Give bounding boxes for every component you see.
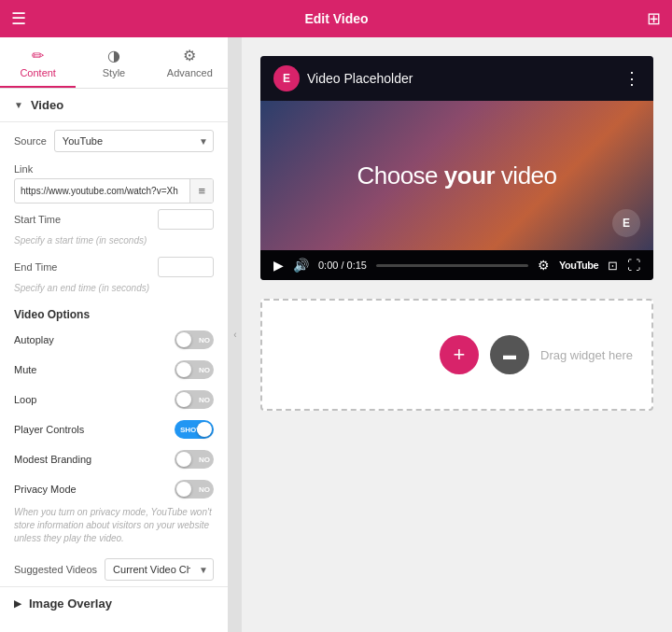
suggested-select[interactable]: Current Video Chanr Any Video [105, 558, 214, 581]
drop-zone-label: Drag widget here [540, 348, 633, 362]
video-choose-text: Choose your video [357, 162, 556, 190]
page-title: Edit Video [304, 11, 368, 26]
link-row: Link ≡ [0, 160, 228, 204]
source-row: Source YouTube Vimeo Dailymotion Self Ho… [0, 122, 228, 160]
video-controls-bar: ▶ 🔊 0:00 / 0:15 ⚙ YouTube ⊡ ⛶ [260, 250, 653, 280]
end-time-label: End Time [14, 261, 57, 273]
elementor-icon-letter: E [283, 72, 290, 85]
loop-label: Loop [14, 394, 36, 405]
drop-zone[interactable]: + ▬ Drag widget here [260, 299, 653, 411]
link-label: Link [14, 163, 214, 175]
autoplay-row: Autoplay NO [0, 325, 228, 355]
top-bar: ☰ Edit Video ⊞ [0, 0, 672, 37]
sidebar-content: ▼ Video Source YouTube Vimeo Dailymotion… [0, 89, 228, 632]
video-watermark: E [612, 209, 640, 237]
content-tab-icon: ✏ [32, 47, 44, 64]
style-tab-icon: ◑ [107, 47, 120, 64]
volume-icon[interactable]: 🔊 [293, 258, 309, 273]
end-time-input[interactable] [158, 257, 214, 277]
panel-resize-handle[interactable]: ‹ [229, 37, 242, 632]
choose-bold: your [444, 162, 495, 190]
end-time-hint: Specify an end time (in seconds) [0, 283, 228, 299]
start-time-label: Start Time [14, 214, 61, 225]
start-time-input[interactable] [158, 209, 214, 230]
watermark-letter: E [623, 217, 630, 230]
video-more-icon[interactable]: ⋮ [623, 68, 640, 89]
modest-branding-toggle[interactable]: NO [175, 450, 214, 469]
mute-label: Mute [14, 364, 36, 375]
youtube-logo: YouTube [559, 260, 598, 271]
choose-suffix: video [495, 162, 556, 190]
source-select[interactable]: YouTube Vimeo Dailymotion Self Hosted [54, 130, 214, 152]
tab-style-label: Style [103, 67, 125, 78]
tab-advanced[interactable]: ⚙ Advanced [152, 37, 228, 88]
link-input-wrapper: ≡ [14, 178, 214, 204]
source-select-wrapper: YouTube Vimeo Dailymotion Self Hosted ▼ [54, 130, 214, 152]
end-time-row: End Time [0, 251, 228, 283]
player-controls-toggle[interactable]: SHOW [175, 420, 214, 439]
choose-prefix: Choose [357, 162, 443, 190]
video-background: Choose your video E [260, 101, 653, 250]
suggested-videos-row: Suggested Videos Current Video Chanr Any… [0, 553, 228, 586]
tab-bar: ✏ Content ◑ Style ⚙ Advanced [0, 37, 228, 89]
chevron-left-icon: ‹ [233, 330, 236, 340]
cast-icon[interactable]: ⊡ [608, 259, 618, 273]
link-input[interactable] [15, 181, 189, 201]
video-placeholder-label: Video Placeholder [307, 71, 413, 86]
autoplay-label: Autoplay [14, 334, 54, 345]
video-options-header: Video Options [0, 299, 228, 325]
drop-zone-content: + ▬ Drag widget here [440, 335, 633, 374]
loop-row: Loop NO [0, 385, 228, 414]
privacy-mode-row: Privacy Mode NO [0, 474, 228, 504]
privacy-mode-label: Privacy Mode [14, 484, 77, 495]
start-time-row: Start Time [0, 204, 228, 235]
autoplay-toggle[interactable]: NO [175, 330, 214, 349]
progress-bar[interactable] [376, 264, 528, 267]
play-button[interactable]: ▶ [273, 258, 284, 273]
tab-advanced-label: Advanced [167, 67, 213, 78]
mute-toggle[interactable]: NO [175, 360, 214, 379]
image-overlay-section-header[interactable]: ▶ Image Overlay [0, 586, 228, 620]
sidebar: ✏ Content ◑ Style ⚙ Advanced ▼ Video Sou… [0, 37, 229, 632]
player-controls-label: Player Controls [14, 424, 84, 435]
modest-branding-label: Modest Branding [14, 454, 91, 465]
privacy-mode-toggle[interactable]: NO [175, 480, 214, 499]
canvas-area: E Video Placeholder ⋮ Choose your video … [242, 37, 672, 632]
suggested-videos-label: Suggested Videos [14, 564, 97, 575]
start-time-hint: Specify a start time (in seconds) [0, 235, 228, 251]
time-display: 0:00 / 0:15 [318, 260, 367, 271]
image-overlay-arrow: ▶ [14, 598, 21, 609]
loop-toggle[interactable]: NO [175, 390, 214, 409]
video-widget-topbar: E Video Placeholder ⋮ [260, 56, 653, 101]
tab-content-label: Content [20, 67, 56, 78]
elementor-icon: E [273, 65, 300, 91]
link-icon-button[interactable]: ≡ [189, 179, 213, 203]
tab-style[interactable]: ◑ Style [76, 37, 151, 88]
main-layout: ✏ Content ◑ Style ⚙ Advanced ▼ Video Sou… [0, 37, 672, 632]
mute-row: Mute NO [0, 355, 228, 385]
navigator-button[interactable]: ▬ [490, 335, 529, 374]
fullscreen-icon[interactable]: ⛶ [627, 258, 640, 273]
video-widget-topleft: E Video Placeholder [273, 65, 413, 91]
video-section-header[interactable]: ▼ Video [0, 89, 228, 122]
modest-branding-row: Modest Branding NO [0, 444, 228, 474]
add-widget-button[interactable]: + [440, 335, 479, 374]
settings-icon[interactable]: ⚙ [538, 258, 550, 273]
suggested-select-wrapper: Current Video Chanr Any Video ▼ [105, 558, 214, 581]
privacy-hint: When you turn on privacy mode, YouTube w… [0, 504, 228, 553]
grid-icon[interactable]: ⊞ [647, 8, 661, 29]
advanced-tab-icon: ⚙ [183, 47, 196, 64]
player-controls-row: Player Controls SHOW [0, 414, 228, 444]
source-label: Source [14, 135, 47, 147]
image-overlay-label: Image Overlay [29, 597, 112, 611]
video-section-title: Video [31, 98, 63, 112]
tab-content[interactable]: ✏ Content [0, 37, 76, 88]
hamburger-menu-icon[interactable]: ☰ [11, 8, 26, 29]
video-section-arrow: ▼ [14, 100, 23, 110]
video-widget: E Video Placeholder ⋮ Choose your video … [260, 56, 653, 280]
